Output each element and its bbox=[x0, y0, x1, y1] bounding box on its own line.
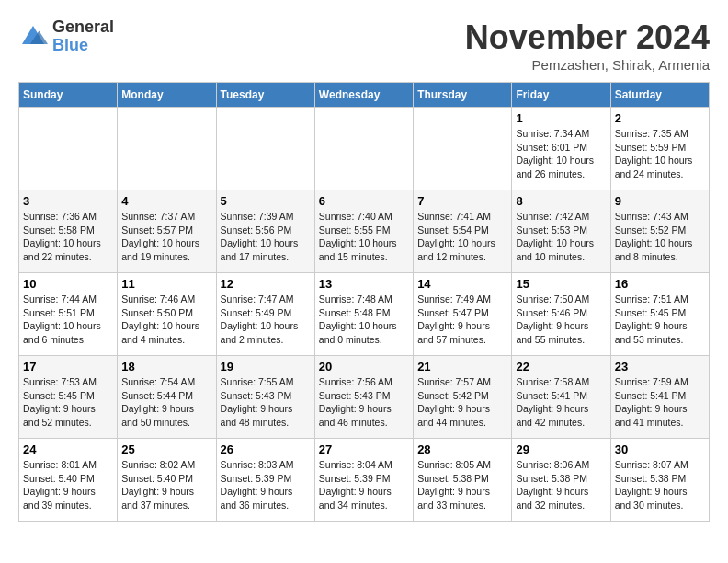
calendar-week-1: 1Sunrise: 7:34 AM Sunset: 6:01 PM Daylig… bbox=[19, 108, 710, 190]
calendar-header-row: SundayMondayTuesdayWednesdayThursdayFrid… bbox=[19, 83, 710, 108]
day-info: Sunrise: 7:46 AM Sunset: 5:50 PM Dayligh… bbox=[121, 293, 211, 347]
calendar-cell: 21Sunrise: 7:57 AM Sunset: 5:42 PM Dayli… bbox=[414, 356, 512, 439]
day-info: Sunrise: 7:44 AM Sunset: 5:51 PM Dayligh… bbox=[23, 293, 113, 347]
calendar-cell: 17Sunrise: 7:53 AM Sunset: 5:45 PM Dayli… bbox=[19, 356, 118, 439]
calendar-cell: 20Sunrise: 7:56 AM Sunset: 5:43 PM Dayli… bbox=[314, 356, 413, 439]
day-info: Sunrise: 7:42 AM Sunset: 5:53 PM Dayligh… bbox=[516, 210, 606, 264]
day-number: 12 bbox=[221, 277, 311, 291]
day-info: Sunrise: 7:35 AM Sunset: 5:59 PM Dayligh… bbox=[615, 127, 705, 181]
day-number: 10 bbox=[23, 277, 113, 291]
calendar-cell: 7Sunrise: 7:41 AM Sunset: 5:54 PM Daylig… bbox=[414, 190, 512, 273]
day-number: 13 bbox=[319, 277, 409, 291]
logo-icon bbox=[18, 22, 48, 52]
day-number: 6 bbox=[319, 194, 409, 208]
day-info: Sunrise: 7:47 AM Sunset: 5:49 PM Dayligh… bbox=[221, 293, 311, 347]
day-number: 19 bbox=[221, 360, 311, 373]
calendar-cell: 22Sunrise: 7:58 AM Sunset: 5:41 PM Dayli… bbox=[512, 356, 610, 439]
day-info: Sunrise: 8:02 AM Sunset: 5:40 PM Dayligh… bbox=[121, 458, 211, 512]
day-number: 15 bbox=[516, 277, 606, 291]
day-number: 23 bbox=[615, 360, 705, 373]
logo: General Blue bbox=[18, 18, 114, 55]
day-number: 28 bbox=[417, 442, 507, 456]
header-saturday: Saturday bbox=[610, 83, 709, 108]
day-info: Sunrise: 7:58 AM Sunset: 5:41 PM Dayligh… bbox=[516, 375, 606, 430]
header-thursday: Thursday bbox=[414, 83, 512, 108]
month-title: November 2024 bbox=[465, 18, 710, 57]
day-number: 17 bbox=[23, 360, 113, 373]
day-info: Sunrise: 8:05 AM Sunset: 5:38 PM Dayligh… bbox=[417, 458, 507, 512]
location: Pemzashen, Shirak, Armenia bbox=[465, 57, 710, 73]
day-number: 27 bbox=[319, 442, 409, 456]
calendar-cell: 8Sunrise: 7:42 AM Sunset: 5:53 PM Daylig… bbox=[512, 190, 610, 273]
day-info: Sunrise: 7:41 AM Sunset: 5:54 PM Dayligh… bbox=[417, 210, 507, 264]
calendar-week-2: 3Sunrise: 7:36 AM Sunset: 5:58 PM Daylig… bbox=[19, 190, 710, 273]
calendar-cell bbox=[216, 108, 314, 190]
day-info: Sunrise: 7:34 AM Sunset: 6:01 PM Dayligh… bbox=[516, 127, 606, 181]
day-info: Sunrise: 7:57 AM Sunset: 5:42 PM Dayligh… bbox=[417, 375, 507, 430]
day-number: 20 bbox=[319, 360, 409, 373]
day-number: 22 bbox=[516, 360, 606, 373]
day-info: Sunrise: 8:03 AM Sunset: 5:39 PM Dayligh… bbox=[221, 458, 311, 512]
day-number: 7 bbox=[417, 194, 507, 208]
day-number: 21 bbox=[417, 360, 507, 373]
calendar-cell: 11Sunrise: 7:46 AM Sunset: 5:50 PM Dayli… bbox=[118, 273, 216, 356]
calendar-cell: 13Sunrise: 7:48 AM Sunset: 5:48 PM Dayli… bbox=[314, 273, 413, 356]
calendar-cell: 26Sunrise: 8:03 AM Sunset: 5:39 PM Dayli… bbox=[216, 439, 314, 522]
day-number: 8 bbox=[516, 194, 606, 208]
day-info: Sunrise: 7:39 AM Sunset: 5:56 PM Dayligh… bbox=[221, 210, 311, 264]
day-number: 3 bbox=[23, 194, 113, 208]
day-number: 24 bbox=[23, 442, 113, 456]
calendar-cell: 14Sunrise: 7:49 AM Sunset: 5:47 PM Dayli… bbox=[414, 273, 512, 356]
day-info: Sunrise: 8:06 AM Sunset: 5:38 PM Dayligh… bbox=[516, 458, 606, 512]
day-number: 1 bbox=[516, 111, 606, 125]
header-monday: Monday bbox=[118, 83, 216, 108]
day-number: 14 bbox=[417, 277, 507, 291]
day-number: 4 bbox=[121, 194, 211, 208]
calendar-cell: 9Sunrise: 7:43 AM Sunset: 5:52 PM Daylig… bbox=[610, 190, 709, 273]
calendar-table: SundayMondayTuesdayWednesdayThursdayFrid… bbox=[18, 82, 710, 522]
calendar-cell: 28Sunrise: 8:05 AM Sunset: 5:38 PM Dayli… bbox=[414, 439, 512, 522]
day-info: Sunrise: 7:50 AM Sunset: 5:46 PM Dayligh… bbox=[516, 293, 606, 347]
calendar-cell: 10Sunrise: 7:44 AM Sunset: 5:51 PM Dayli… bbox=[19, 273, 118, 356]
header-sunday: Sunday bbox=[19, 83, 118, 108]
calendar-cell: 18Sunrise: 7:54 AM Sunset: 5:44 PM Dayli… bbox=[118, 356, 216, 439]
day-number: 30 bbox=[615, 442, 705, 456]
day-info: Sunrise: 7:56 AM Sunset: 5:43 PM Dayligh… bbox=[319, 375, 409, 430]
page-header: General Blue November 2024 Pemzashen, Sh… bbox=[18, 18, 710, 73]
day-number: 26 bbox=[221, 442, 311, 456]
day-info: Sunrise: 7:48 AM Sunset: 5:48 PM Dayligh… bbox=[319, 293, 409, 347]
calendar-cell bbox=[414, 108, 512, 190]
calendar-cell: 12Sunrise: 7:47 AM Sunset: 5:49 PM Dayli… bbox=[216, 273, 314, 356]
calendar-cell: 6Sunrise: 7:40 AM Sunset: 5:55 PM Daylig… bbox=[314, 190, 413, 273]
day-info: Sunrise: 7:59 AM Sunset: 5:41 PM Dayligh… bbox=[615, 375, 705, 430]
day-info: Sunrise: 8:01 AM Sunset: 5:40 PM Dayligh… bbox=[23, 458, 113, 512]
calendar-cell: 16Sunrise: 7:51 AM Sunset: 5:45 PM Dayli… bbox=[610, 273, 709, 356]
day-number: 11 bbox=[121, 277, 211, 291]
calendar-cell: 24Sunrise: 8:01 AM Sunset: 5:40 PM Dayli… bbox=[19, 439, 118, 522]
day-info: Sunrise: 8:04 AM Sunset: 5:39 PM Dayligh… bbox=[319, 458, 409, 512]
day-info: Sunrise: 8:07 AM Sunset: 5:38 PM Dayligh… bbox=[615, 458, 705, 512]
calendar-week-4: 17Sunrise: 7:53 AM Sunset: 5:45 PM Dayli… bbox=[19, 356, 710, 439]
calendar-cell bbox=[19, 108, 118, 190]
calendar-cell: 15Sunrise: 7:50 AM Sunset: 5:46 PM Dayli… bbox=[512, 273, 610, 356]
header-tuesday: Tuesday bbox=[216, 83, 314, 108]
title-section: November 2024 Pemzashen, Shirak, Armenia bbox=[465, 18, 710, 73]
day-info: Sunrise: 7:54 AM Sunset: 5:44 PM Dayligh… bbox=[121, 375, 211, 430]
day-number: 16 bbox=[615, 277, 705, 291]
day-info: Sunrise: 7:36 AM Sunset: 5:58 PM Dayligh… bbox=[23, 210, 113, 264]
calendar-cell bbox=[118, 108, 216, 190]
day-info: Sunrise: 7:53 AM Sunset: 5:45 PM Dayligh… bbox=[23, 375, 113, 430]
day-info: Sunrise: 7:37 AM Sunset: 5:57 PM Dayligh… bbox=[121, 210, 211, 264]
calendar-cell: 4Sunrise: 7:37 AM Sunset: 5:57 PM Daylig… bbox=[118, 190, 216, 273]
day-info: Sunrise: 7:43 AM Sunset: 5:52 PM Dayligh… bbox=[615, 210, 705, 264]
calendar-cell: 30Sunrise: 8:07 AM Sunset: 5:38 PM Dayli… bbox=[610, 439, 709, 522]
day-info: Sunrise: 7:51 AM Sunset: 5:45 PM Dayligh… bbox=[615, 293, 705, 347]
calendar-cell: 27Sunrise: 8:04 AM Sunset: 5:39 PM Dayli… bbox=[314, 439, 413, 522]
day-number: 5 bbox=[221, 194, 311, 208]
calendar-cell: 29Sunrise: 8:06 AM Sunset: 5:38 PM Dayli… bbox=[512, 439, 610, 522]
day-info: Sunrise: 7:49 AM Sunset: 5:47 PM Dayligh… bbox=[417, 293, 507, 347]
calendar-cell: 23Sunrise: 7:59 AM Sunset: 5:41 PM Dayli… bbox=[610, 356, 709, 439]
calendar-cell: 19Sunrise: 7:55 AM Sunset: 5:43 PM Dayli… bbox=[216, 356, 314, 439]
header-wednesday: Wednesday bbox=[314, 83, 413, 108]
calendar-week-3: 10Sunrise: 7:44 AM Sunset: 5:51 PM Dayli… bbox=[19, 273, 710, 356]
